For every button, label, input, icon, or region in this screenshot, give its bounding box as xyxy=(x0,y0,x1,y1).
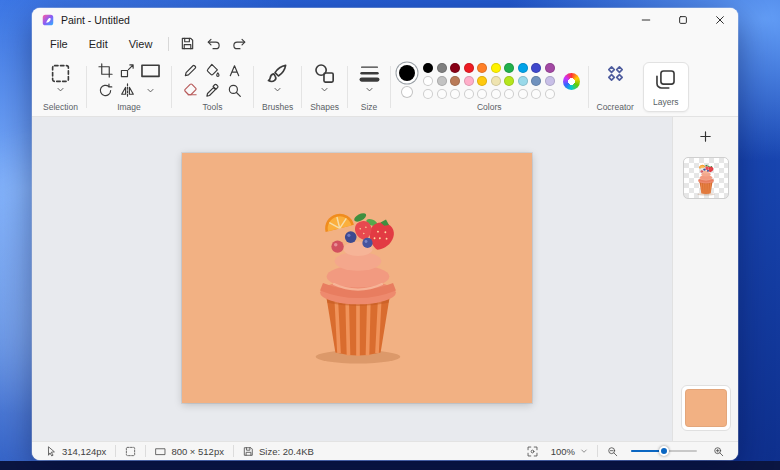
zoom-level-dropdown[interactable]: 100% xyxy=(547,446,592,457)
group-separator xyxy=(390,66,391,108)
cocreator-icon xyxy=(605,63,626,84)
color-swatch[interactable] xyxy=(504,63,514,73)
size-dropdown-chevron[interactable] xyxy=(365,85,374,94)
empty-color-slot[interactable] xyxy=(531,89,541,99)
zoom-slider[interactable] xyxy=(631,450,697,453)
empty-color-slot[interactable] xyxy=(437,89,447,99)
primary-color-swatch[interactable] xyxy=(399,65,415,81)
color-swatch[interactable] xyxy=(477,63,487,73)
color-swatch[interactable] xyxy=(450,63,460,73)
ribbon-group-selection: Selection xyxy=(36,58,85,116)
brushes-button[interactable] xyxy=(265,61,291,85)
fill-button[interactable] xyxy=(202,61,223,80)
text-button[interactable] xyxy=(224,61,245,80)
size-button[interactable] xyxy=(356,61,382,85)
paint-app-icon xyxy=(42,14,54,26)
statusbar-divider xyxy=(115,445,116,457)
save-icon xyxy=(180,36,195,51)
color-swatch[interactable] xyxy=(477,76,487,86)
color-swatch[interactable] xyxy=(491,63,501,73)
color-swatch[interactable] xyxy=(545,63,555,73)
background-layer-card xyxy=(681,385,731,431)
image-dropdown-chevron[interactable] xyxy=(146,86,155,95)
cursor-position-label: 314,124px xyxy=(62,446,106,457)
cocreator-button[interactable] xyxy=(602,61,628,85)
canvas-size-icon xyxy=(155,446,166,457)
crop-button[interactable] xyxy=(95,61,116,80)
color-swatch[interactable] xyxy=(531,76,541,86)
empty-color-slot[interactable] xyxy=(491,89,501,99)
color-swatch[interactable] xyxy=(531,63,541,73)
empty-color-slot[interactable] xyxy=(518,89,528,99)
empty-color-slot[interactable] xyxy=(423,89,433,99)
fit-screen-button[interactable] xyxy=(523,446,542,457)
rotate-button[interactable] xyxy=(95,81,116,100)
canvas-region xyxy=(32,117,672,441)
eyedropper-button[interactable] xyxy=(202,81,223,100)
statusbar-divider xyxy=(233,445,234,457)
canvas-surface[interactable] xyxy=(182,153,532,403)
magnifier-button[interactable] xyxy=(224,81,245,100)
close-button[interactable] xyxy=(701,8,738,31)
layer-thumbnail[interactable] xyxy=(683,157,729,199)
image-options-button[interactable] xyxy=(140,61,161,80)
minimize-button[interactable] xyxy=(627,8,664,31)
selection-dropdown-chevron[interactable] xyxy=(56,85,65,94)
empty-color-slot[interactable] xyxy=(477,89,487,99)
layers-button[interactable] xyxy=(653,67,679,91)
selection-tool-button[interactable] xyxy=(47,61,73,85)
shapes-dropdown-chevron[interactable] xyxy=(320,85,329,94)
brush-icon xyxy=(267,63,288,84)
empty-color-slot[interactable] xyxy=(464,89,474,99)
redo-button[interactable] xyxy=(227,33,252,54)
ribbon-group-brushes: Brushes xyxy=(255,58,300,116)
color-swatch[interactable] xyxy=(423,76,433,86)
add-layer-button[interactable] xyxy=(696,126,716,146)
empty-color-slot[interactable] xyxy=(450,89,460,99)
edit-colors-button[interactable] xyxy=(563,73,580,90)
palette-row-1 xyxy=(423,63,555,73)
group-label-colors: Colors xyxy=(477,100,502,115)
empty-color-slot[interactable] xyxy=(545,89,555,99)
maximize-icon xyxy=(677,14,689,26)
color-swatch[interactable] xyxy=(491,76,501,86)
statusbar-divider xyxy=(145,445,146,457)
group-separator xyxy=(588,66,589,108)
menu-edit[interactable]: Edit xyxy=(79,35,118,53)
menu-file[interactable]: File xyxy=(40,35,78,53)
selection-size-icon xyxy=(125,446,136,457)
redo-icon xyxy=(232,36,247,51)
zoom-out-button[interactable] xyxy=(603,446,622,457)
file-size-icon xyxy=(243,446,254,457)
undo-button[interactable] xyxy=(201,33,226,54)
color-swatch[interactable] xyxy=(545,76,555,86)
flip-button[interactable] xyxy=(117,81,138,100)
shapes-button[interactable] xyxy=(312,61,338,85)
color-swatch[interactable] xyxy=(450,76,460,86)
save-button[interactable] xyxy=(175,33,200,54)
color-swatch[interactable] xyxy=(518,63,528,73)
ribbon-group-colors: Colors xyxy=(392,58,587,116)
background-layer-thumbnail[interactable] xyxy=(685,389,727,427)
plus-icon xyxy=(698,129,713,144)
zoom-in-button[interactable] xyxy=(709,446,728,457)
group-label-image: Image xyxy=(117,100,141,115)
resize-button[interactable] xyxy=(117,61,138,80)
color-swatch[interactable] xyxy=(518,76,528,86)
pencil-button[interactable] xyxy=(180,61,201,80)
empty-color-slot[interactable] xyxy=(504,89,514,99)
zoom-slider-knob[interactable] xyxy=(659,446,669,456)
group-label-shapes: Shapes xyxy=(310,100,339,115)
color-swatch[interactable] xyxy=(504,76,514,86)
color-swatch[interactable] xyxy=(464,63,474,73)
color-swatch[interactable] xyxy=(437,76,447,86)
menu-view[interactable]: View xyxy=(119,35,163,53)
maximize-button[interactable] xyxy=(664,8,701,31)
color-swatch[interactable] xyxy=(437,63,447,73)
secondary-color-swatch[interactable] xyxy=(401,86,413,98)
eraser-button[interactable] xyxy=(180,81,201,100)
color-swatch[interactable] xyxy=(423,63,433,73)
statusbar-divider xyxy=(597,445,598,457)
color-swatch[interactable] xyxy=(464,76,474,86)
brushes-dropdown-chevron[interactable] xyxy=(273,85,282,94)
